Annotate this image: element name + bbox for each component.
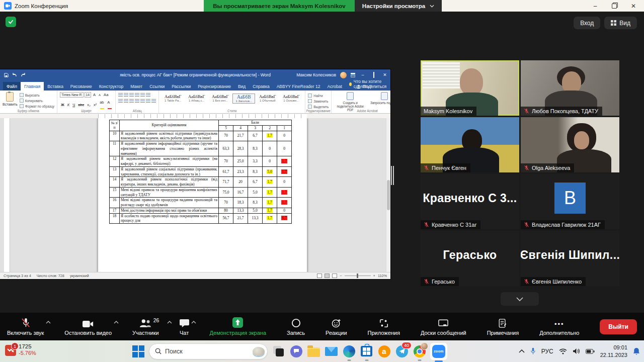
style-table-paragraph[interactable]: АаБбВвГ 1 Table Pa...: [162, 94, 184, 103]
find-button[interactable]: Найти: [308, 94, 329, 98]
leave-meeting-button[interactable]: Выйти: [600, 319, 637, 334]
microsoft-store-button[interactable]: [360, 344, 373, 358]
share-screen-button[interactable]: Демонстрация экрана: [210, 318, 266, 336]
participants-button[interactable]: 26 Участники: [132, 318, 159, 336]
restore-button[interactable]: [605, 0, 624, 12]
tab-references[interactable]: Ссылки: [146, 82, 168, 90]
paste-button[interactable]: Вставить: [3, 92, 18, 108]
stop-video-button[interactable]: Остановить видео: [64, 318, 112, 336]
style-normal[interactable]: АаБбВвГ 1 Обычный: [256, 94, 279, 103]
zoom-app-button[interactable]: zoom: [430, 343, 447, 360]
page-indicator[interactable]: Страница 3 из 4: [4, 274, 31, 278]
tab-home[interactable]: Главная: [21, 82, 44, 90]
tab-abbyy[interactable]: ABBYY FineReader 12: [273, 82, 324, 90]
video-tile-penchuk[interactable]: Пенчук Євген: [421, 117, 519, 172]
italic-button[interactable]: К: [66, 102, 70, 108]
print-layout-button[interactable]: [325, 274, 330, 278]
zoom-out-button[interactable]: −: [340, 274, 342, 278]
whiteboards-button[interactable]: Доски сообщений: [421, 318, 466, 336]
chrome-button[interactable]: [413, 344, 426, 358]
tab-insert[interactable]: Вставка: [44, 82, 67, 90]
web-layout-button[interactable]: [332, 274, 337, 278]
tab-design[interactable]: Конструктор: [96, 82, 127, 90]
word-count[interactable]: Число слов: 728: [37, 274, 64, 278]
amazon-button[interactable]: a: [377, 344, 391, 358]
bullet-list-button[interactable]: [118, 93, 123, 97]
video-tile-vladyslav[interactable]: В Владислав Гаврилюк 21АГ: [521, 174, 619, 229]
notification-bell-icon[interactable]: [633, 347, 640, 355]
video-tile-gerasko[interactable]: Герасько Герасько: [421, 231, 519, 286]
replace-button[interactable]: Заменить: [308, 99, 329, 103]
style-body[interactable]: АаБбВвГ 1 Основн...: [280, 94, 302, 103]
view-settings-button[interactable]: Настройки просмотра: [355, 0, 442, 12]
taskbar-search-box[interactable]: Поиск: [149, 343, 268, 359]
tray-chevron-up-icon[interactable]: [519, 349, 525, 353]
zoom-slider-thumb[interactable]: [357, 274, 358, 278]
highlight-color-button[interactable]: ab: [99, 100, 105, 110]
sort-button[interactable]: [146, 93, 150, 97]
style-heading[interactable]: АаБбВ 1 Заголов...: [232, 94, 255, 104]
login-button[interactable]: Вход: [574, 17, 600, 29]
grow-font-button[interactable]: А: [92, 92, 97, 98]
bold-button[interactable]: Ж: [60, 102, 65, 108]
mail-button[interactable]: [325, 344, 338, 358]
tab-file[interactable]: Файл: [3, 82, 21, 90]
undo-icon[interactable]: [12, 73, 17, 77]
shading-button[interactable]: [146, 99, 150, 103]
chat-button[interactable]: Чат: [180, 318, 189, 336]
align-left-button[interactable]: [118, 99, 123, 103]
tab-mailings[interactable]: Рассылки: [168, 82, 194, 90]
save-icon[interactable]: [4, 73, 9, 77]
close-button[interactable]: ✕: [624, 0, 643, 12]
tab-layout[interactable]: Макет: [127, 82, 146, 90]
vertical-scrollbar[interactable]: [386, 118, 390, 273]
file-explorer-button[interactable]: [307, 344, 320, 358]
video-tile-lyubov[interactable]: Любов Покопцева, ТДАТУ: [521, 60, 619, 116]
subscript-button[interactable]: x₂: [86, 102, 92, 108]
start-button[interactable]: [132, 345, 145, 358]
reactions-button[interactable]: Реакции: [326, 318, 347, 336]
taskbar-clock[interactable]: 09:01 22.11.2023: [600, 344, 627, 358]
wifi-icon[interactable]: [559, 348, 567, 354]
encryption-shield-icon[interactable]: [6, 17, 16, 27]
minimize-button[interactable]: –: [586, 0, 605, 12]
telegram-button[interactable]: 40: [395, 344, 409, 358]
select-button[interactable]: Выделить: [308, 105, 329, 109]
task-view-button[interactable]: [272, 344, 285, 358]
teams-chat-button[interactable]: [289, 344, 303, 358]
language-indicator[interactable]: РУС: [541, 348, 553, 355]
scrollbar-thumb[interactable]: [387, 180, 390, 210]
document-page[interactable]: № з/п Критерій оцінювання Бали 5 4 3 2 1…: [98, 118, 307, 273]
borders-button[interactable]: [151, 99, 156, 103]
document-area[interactable]: № з/п Критерій оцінювання Бали 5 4 3 2 1…: [0, 118, 386, 273]
style-no-spacing[interactable]: АаБбВвГ 1 Без инт...: [209, 94, 231, 103]
record-button[interactable]: Запись: [287, 318, 305, 336]
font-size-box[interactable]: 14: [85, 92, 92, 98]
line-spacing-button[interactable]: [140, 99, 145, 103]
format-painter-button[interactable]: Формат по образцу: [20, 104, 54, 108]
strikethrough-button[interactable]: abc: [77, 102, 85, 108]
align-center-button[interactable]: [124, 99, 128, 103]
battery-icon[interactable]: [586, 349, 595, 354]
tab-view[interactable]: Вид: [234, 82, 249, 90]
chevron-up-icon[interactable]: [191, 321, 196, 324]
font-name-box[interactable]: Times New R: [60, 92, 84, 98]
numbered-list-button[interactable]: [124, 93, 128, 97]
zoom-slider[interactable]: [345, 276, 371, 276]
chevron-up-icon[interactable]: [46, 321, 51, 324]
redo-icon[interactable]: [21, 73, 26, 77]
more-button[interactable]: ••• Дополнительно: [539, 318, 579, 336]
multilevel-list-button[interactable]: [129, 93, 134, 97]
edge-button[interactable]: [342, 344, 356, 358]
zoom-percent[interactable]: 110%: [378, 274, 387, 278]
shrink-font-button[interactable]: А: [98, 93, 102, 97]
tray-mic-icon[interactable]: [530, 347, 536, 355]
request-signatures-button[interactable]: Запросить подписи: [370, 92, 390, 105]
share-document-button[interactable]: Поделиться: [357, 84, 386, 89]
volume-icon[interactable]: [573, 348, 580, 354]
video-tile-olga[interactable]: Olga Alekseeva: [521, 117, 619, 172]
justify-button[interactable]: [135, 99, 139, 103]
apps-button[interactable]: Приложения: [368, 318, 400, 336]
underline-button[interactable]: Ч: [71, 102, 76, 108]
chevron-up-icon[interactable]: [114, 321, 119, 324]
